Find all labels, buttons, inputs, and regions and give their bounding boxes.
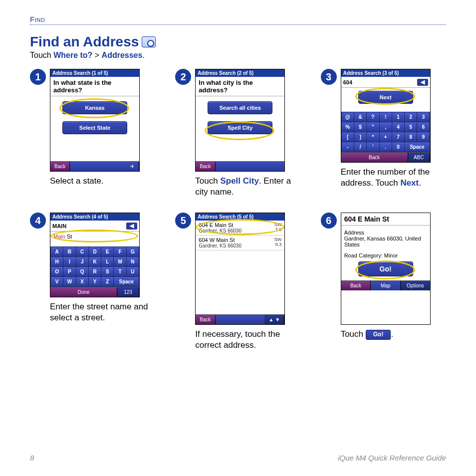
key[interactable]: " <box>367 122 379 132</box>
scroll-arrows[interactable]: ▲ ▼ <box>264 315 284 324</box>
key[interactable]: 8 <box>405 132 417 142</box>
options-button[interactable]: Options <box>401 281 430 290</box>
key[interactable]: 5 <box>405 122 417 132</box>
suggestion-rest: St <box>65 234 72 239</box>
key[interactable]: 1 <box>392 112 404 122</box>
key[interactable]: C <box>76 247 88 256</box>
key[interactable]: H <box>51 257 63 266</box>
key[interactable]: A <box>51 247 63 256</box>
key[interactable]: V <box>51 277 63 286</box>
text: Touch <box>341 329 366 339</box>
caption: If necessary, touch the correct address. <box>195 329 295 351</box>
key[interactable]: B <box>63 247 75 256</box>
go-inline-button: Go! <box>366 330 391 340</box>
key[interactable]: & <box>354 112 366 122</box>
step-1: 1 Address Search (1 of 5) In what state … <box>30 69 155 198</box>
screen-title: Address Search (2 of 5) <box>196 69 284 77</box>
caption: Enter the number of the address. Touch N… <box>341 167 441 189</box>
key[interactable]: W <box>63 277 75 286</box>
key[interactable]: 3 <box>417 112 429 122</box>
device-screen-6: 604 E Main St Address Gardner, Kansas 66… <box>341 213 431 325</box>
key[interactable]: @ <box>342 112 354 122</box>
key[interactable]: X <box>76 277 88 286</box>
map-button[interactable]: Map <box>371 281 401 290</box>
select-state-button[interactable]: Select State <box>62 121 127 134</box>
key[interactable]: / <box>354 142 366 152</box>
key[interactable]: 6 <box>417 122 429 132</box>
suggestion-row[interactable]: Main St <box>50 232 139 246</box>
key[interactable]: D <box>89 247 101 256</box>
key[interactable]: $ <box>354 122 366 132</box>
next-button[interactable]: Next <box>358 91 413 104</box>
key[interactable]: K <box>89 257 101 266</box>
key[interactable]: * <box>367 132 379 142</box>
key[interactable]: T <box>114 267 126 276</box>
result-title: 604 E Main St <box>341 213 430 226</box>
space-key[interactable]: Space <box>405 142 430 152</box>
screen-title: Address Search (4 of 5) <box>50 213 139 221</box>
back-button[interactable]: Back <box>196 162 215 171</box>
key[interactable]: Z <box>101 277 113 286</box>
result-dist: 8.3 <box>274 242 282 247</box>
key[interactable]: N <box>127 257 139 266</box>
key[interactable]: J <box>76 257 88 266</box>
street-input[interactable]: MAIN <box>52 223 66 229</box>
key[interactable]: G <box>127 247 139 256</box>
key[interactable]: U <box>127 267 139 276</box>
key[interactable]: Q <box>76 267 88 276</box>
address-label: Address <box>344 230 427 236</box>
key[interactable]: 7 <box>392 132 404 142</box>
result-row-2[interactable]: 604 W Main St Gardner, KS 66030 SW 8.3 <box>196 236 284 250</box>
go-button[interactable]: Go! <box>358 261 413 276</box>
number-input[interactable]: 604 <box>343 79 352 85</box>
key[interactable]: , <box>380 122 392 132</box>
key[interactable]: R <box>89 267 101 276</box>
key[interactable]: E <box>101 247 113 256</box>
page-footer: 8 iQue M4 Quick Reference Guide <box>30 454 446 462</box>
key[interactable]: 9 <box>417 132 429 142</box>
123-button[interactable]: 123 <box>117 287 139 297</box>
key[interactable]: P <box>63 267 75 276</box>
key[interactable]: M <box>114 257 126 266</box>
device-screen-5: Address Search (5 of 5) 604 E Main St Ga… <box>195 213 285 325</box>
result-line1: 604 E Main St <box>199 222 241 228</box>
footer-spacer <box>216 162 285 171</box>
key[interactable]: . <box>380 142 392 152</box>
key[interactable]: F <box>114 247 126 256</box>
key[interactable]: Y <box>89 277 101 286</box>
done-button[interactable]: Done <box>50 287 117 297</box>
back-button[interactable]: Back <box>341 281 371 290</box>
result-body: Address Gardner, Kansas 66030, United St… <box>341 226 430 280</box>
key[interactable]: I <box>63 257 75 266</box>
key[interactable]: 4 <box>392 122 404 132</box>
space-key[interactable]: Space <box>114 277 139 286</box>
key[interactable]: S <box>101 267 113 276</box>
key[interactable]: 2 <box>405 112 417 122</box>
key[interactable]: ' <box>367 142 379 152</box>
footer-icon[interactable]: ✈ <box>125 162 139 171</box>
next-label: Next <box>400 178 419 188</box>
key[interactable]: ? <box>367 112 379 122</box>
abc-button[interactable]: ABC <box>408 153 430 162</box>
search-all-cities-button[interactable]: Search all cities <box>208 101 272 114</box>
spell-city-button[interactable]: Spell City <box>208 121 272 134</box>
key[interactable]: ] <box>354 132 366 142</box>
backspace-icon[interactable]: ◀ <box>126 223 137 230</box>
backspace-icon[interactable]: ◀ <box>417 79 428 86</box>
key[interactable]: - <box>342 142 354 152</box>
step-number: 3 <box>321 69 337 85</box>
back-button[interactable]: Back <box>196 315 215 324</box>
key[interactable]: + <box>380 132 392 142</box>
device-screen-2: Address Search (2 of 5) In what city is … <box>195 69 285 172</box>
kansas-button[interactable]: Kansas <box>62 101 127 114</box>
key[interactable]: 0 <box>392 142 404 152</box>
key[interactable]: L <box>101 257 113 266</box>
key[interactable]: [ <box>342 132 354 142</box>
back-button[interactable]: Back <box>50 162 70 171</box>
key[interactable]: O <box>51 267 63 276</box>
key[interactable]: ! <box>380 112 392 122</box>
key[interactable]: % <box>342 122 354 132</box>
back-button[interactable]: Back <box>341 153 408 162</box>
footer-bar: Back <box>196 161 284 171</box>
result-row-1[interactable]: 604 E Main St Gardner, KS 66030 SW 7.0 <box>196 221 284 236</box>
